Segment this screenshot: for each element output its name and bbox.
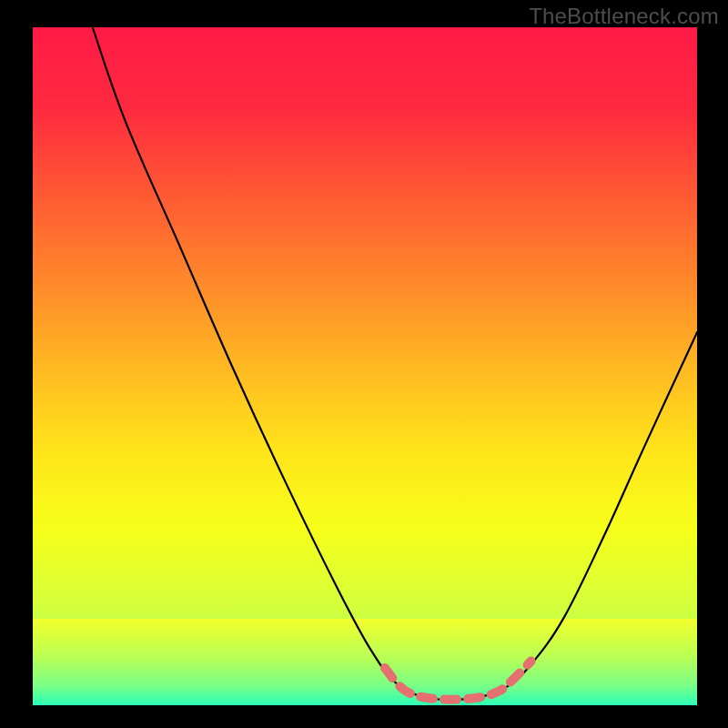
plot-area [33,27,697,705]
chart-frame: TheBottleneck.com [0,0,728,728]
curve-layer [33,27,697,705]
watermark-label: TheBottleneck.com [529,4,719,29]
highlight-segment [385,662,531,700]
bottleneck-curve [93,27,697,700]
